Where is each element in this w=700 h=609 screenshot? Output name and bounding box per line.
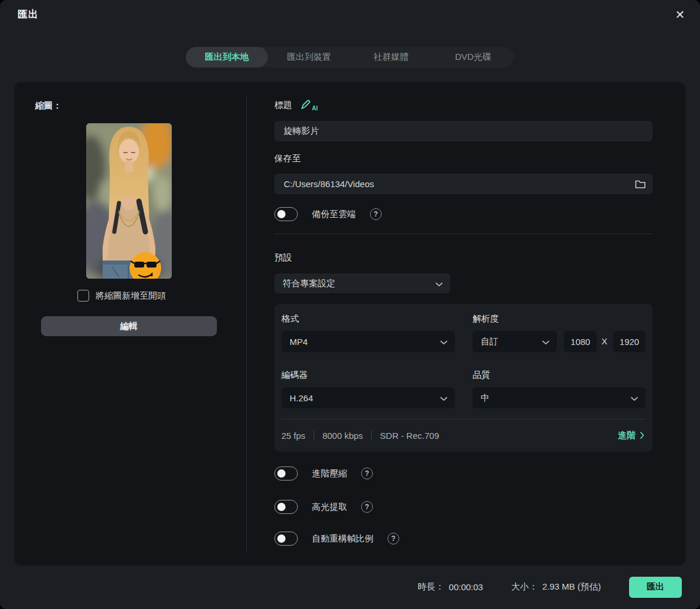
- export-form: 標題 AI 保存至: [274, 82, 653, 566]
- bitrate-value: 8000 kbps: [322, 431, 363, 441]
- format-value: MP4: [290, 337, 308, 347]
- thumbnail-label: 縮圖：: [35, 100, 62, 111]
- auto-reframe-label: 自動重構幀比例: [312, 533, 373, 544]
- quality-dropdown[interactable]: 中: [473, 387, 645, 408]
- duration-value: 00:00:03: [449, 582, 483, 592]
- size-info: 大小： 2.93 MB (預估): [511, 581, 601, 593]
- quality-value: 中: [481, 393, 490, 404]
- cloud-backup-toggle[interactable]: [274, 207, 298, 221]
- cloud-backup-row: 備份至雲端 ?: [274, 207, 382, 221]
- chevron-down-icon: [436, 279, 443, 289]
- resolution-label: 解析度: [473, 313, 499, 324]
- auto-reframe-help-icon[interactable]: ?: [388, 533, 399, 544]
- highlight-extract-label: 高光提取: [312, 502, 347, 513]
- resolution-width-input[interactable]: 1080: [564, 331, 597, 352]
- thumbnail-image: [86, 123, 172, 279]
- edit-thumbnail-button[interactable]: 編輯: [41, 316, 217, 336]
- add-thumbnail-label: 將縮圖新增至開頭: [96, 290, 166, 302]
- browse-folder-icon[interactable]: [634, 178, 647, 191]
- highlight-extract-row: 高光提取 ?: [274, 500, 373, 514]
- export-tabbar: 匯出到本地 匯出到裝置 社群媒體 DVD光碟: [186, 47, 514, 67]
- size-label: 大小：: [511, 581, 538, 593]
- highlight-extract-help-icon[interactable]: ?: [361, 501, 373, 513]
- duration-label: 時長：: [418, 581, 444, 593]
- resolution-height-input[interactable]: 1920: [613, 331, 645, 352]
- advanced-compression-toggle[interactable]: [274, 466, 298, 481]
- encoder-dropdown[interactable]: H.264: [281, 387, 455, 408]
- add-thumbnail-checkbox[interactable]: [77, 290, 89, 302]
- save-to-label: 保存至: [274, 153, 301, 164]
- dialog-title: 匯出: [18, 8, 39, 21]
- preset-value: 符合專案設定: [283, 278, 335, 289]
- fps-value: 25 fps: [281, 431, 305, 441]
- format-label: 格式: [281, 313, 299, 324]
- section-divider: [274, 234, 653, 234]
- advanced-compression-label: 進階壓縮: [312, 468, 347, 479]
- thumbnail-intro-option: 將縮圖新增至開頭: [77, 290, 166, 302]
- resolution-mode-dropdown[interactable]: 自訂: [473, 331, 557, 352]
- encoder-label: 編碼器: [281, 370, 308, 381]
- auto-reframe-row: 自動重構幀比例 ?: [274, 532, 399, 546]
- ai-title-icon[interactable]: AI: [300, 99, 318, 111]
- resolution-x-separator: X: [602, 336, 607, 346]
- resolution-mode-value: 自訂: [481, 336, 498, 347]
- export-dialog: 匯出 ✕ 匯出到本地 匯出到裝置 社群媒體 DVD光碟 縮圖：: [0, 0, 700, 609]
- highlight-extract-toggle[interactable]: [274, 500, 298, 514]
- cloud-backup-label: 備份至雲端: [312, 209, 356, 220]
- chevron-down-icon: [440, 393, 447, 403]
- export-settings-panel: 縮圖：: [15, 82, 685, 566]
- cloud-backup-help-icon[interactable]: ?: [370, 208, 382, 220]
- save-path-input[interactable]: [274, 174, 653, 194]
- chevron-down-icon: [542, 337, 549, 347]
- size-value: 2.93 MB (預估): [542, 581, 601, 593]
- video-thumbnail: [86, 123, 172, 279]
- format-dropdown[interactable]: MP4: [281, 331, 455, 352]
- chevron-right-icon: [640, 432, 644, 439]
- tab-export-device[interactable]: 匯出到裝置: [268, 47, 350, 67]
- close-icon[interactable]: ✕: [672, 6, 688, 23]
- format-settings-card: 格式 解析度 MP4 自訂 1080 X 1920 編碼器: [274, 304, 653, 452]
- preset-dropdown[interactable]: 符合專案設定: [274, 273, 450, 293]
- info-separator: [371, 430, 372, 441]
- export-button[interactable]: 匯出: [629, 577, 682, 598]
- column-divider: [246, 97, 247, 552]
- title-input[interactable]: [274, 121, 653, 141]
- advanced-compression-row: 進階壓縮 ?: [274, 466, 373, 481]
- auto-reframe-toggle[interactable]: [274, 532, 298, 546]
- stream-info-row: 25 fps 8000 kbps SDR - Rec.709 進階: [281, 419, 644, 452]
- color-space-value: SDR - Rec.709: [380, 431, 439, 441]
- tab-social-media[interactable]: 社群媒體: [350, 47, 432, 67]
- advanced-compression-help-icon[interactable]: ?: [361, 468, 373, 479]
- advanced-settings-link[interactable]: 進階: [618, 430, 644, 441]
- preset-label: 預設: [274, 252, 292, 263]
- quality-label: 品質: [473, 370, 490, 381]
- title-label: 標題: [274, 100, 292, 111]
- duration-info: 時長： 00:00:03: [418, 581, 483, 593]
- encoder-value: H.264: [290, 393, 313, 403]
- chevron-down-icon: [440, 337, 447, 347]
- dialog-footer: 時長： 00:00:03 大小： 2.93 MB (預估) 匯出: [0, 565, 700, 609]
- tab-dvd[interactable]: DVD光碟: [432, 47, 514, 67]
- tab-export-local[interactable]: 匯出到本地: [186, 47, 268, 67]
- chevron-down-icon: [631, 393, 638, 403]
- info-separator: [314, 430, 314, 441]
